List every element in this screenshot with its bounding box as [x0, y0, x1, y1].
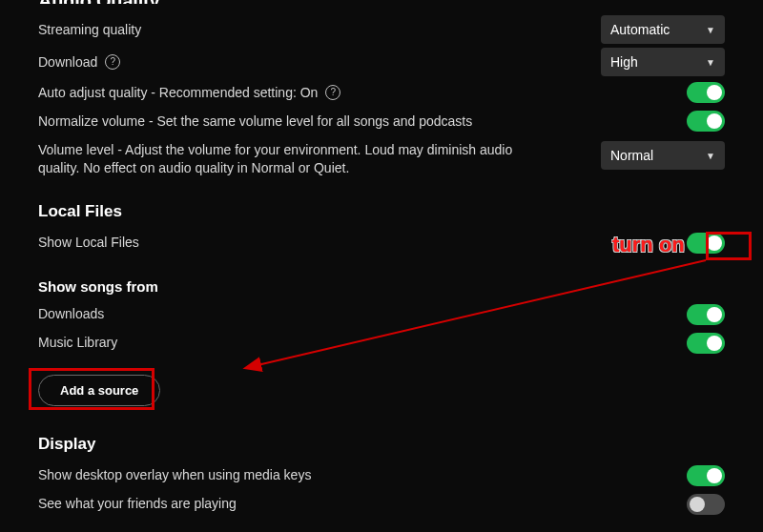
friends-activity-label: See what your friends are playing [38, 495, 237, 513]
auto-adjust-quality-label: Auto adjust quality - Recommended settin… [38, 84, 340, 102]
music-library-source-toggle[interactable] [687, 333, 725, 354]
help-icon[interactable]: ? [105, 54, 120, 70]
auto-adjust-quality-toggle[interactable] [687, 82, 725, 103]
desktop-overlay-label: Show desktop overlay when using media ke… [38, 466, 311, 484]
show-local-files-label: Show Local Files [38, 234, 139, 252]
music-library-source-label: Music Library [38, 334, 117, 352]
volume-level-label: Volume level - Adjust the volume for you… [38, 141, 534, 177]
friends-activity-toggle[interactable] [687, 494, 725, 515]
desktop-overlay-toggle[interactable] [687, 465, 725, 486]
downloads-source-toggle[interactable] [687, 304, 725, 325]
downloads-source-label: Downloads [38, 305, 104, 323]
chevron-down-icon: ▼ [706, 57, 715, 68]
volume-level-select[interactable]: Normal ▼ [601, 141, 725, 170]
display-heading: Display [38, 435, 725, 454]
add-a-source-button[interactable]: Add a source [38, 375, 160, 406]
chevron-down-icon: ▼ [706, 25, 715, 35]
streaming-quality-select[interactable]: Automatic ▼ [601, 15, 725, 44]
chevron-down-icon: ▼ [706, 151, 715, 161]
help-icon[interactable]: ? [325, 85, 340, 100]
download-quality-label: Download ? [38, 53, 120, 72]
normalize-volume-toggle[interactable] [687, 111, 725, 132]
streaming-quality-label: Streaming quality [38, 21, 141, 39]
normalize-volume-label: Normalize volume - Set the same volume l… [38, 113, 472, 131]
audio-quality-heading: Audio Quality [38, 0, 725, 4]
local-files-heading: Local Files [38, 202, 725, 221]
show-local-files-toggle[interactable] [687, 233, 725, 254]
download-quality-select[interactable]: High ▼ [601, 48, 725, 76]
show-songs-from-heading: Show songs from [38, 278, 725, 295]
